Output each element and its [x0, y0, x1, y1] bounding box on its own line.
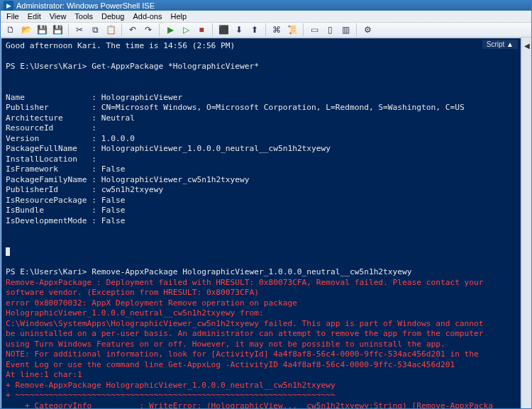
- separator: [68, 23, 69, 36]
- pkg-pub-val: CN=Microsoft Windows, O=Microsoft Corpor…: [101, 103, 465, 112]
- pkg-name-val: HolographicViewer: [101, 93, 183, 102]
- pkg-pfn-key: PackageFullName: [6, 144, 77, 153]
- layout1-icon[interactable]: ▭: [307, 23, 321, 37]
- menu-edit[interactable]: Edit: [23, 11, 45, 22]
- menu-addons[interactable]: Add-ons: [128, 11, 166, 22]
- pkg-fam-val: HolographicViewer_cw5n1h2txyewy: [101, 175, 250, 184]
- pkg-fw-val: False: [101, 164, 126, 174]
- menu-tools[interactable]: Tools: [70, 11, 97, 22]
- new-remote-icon[interactable]: 📜: [285, 23, 299, 37]
- commands-panel-collapsed[interactable]: ◀: [521, 38, 531, 409]
- pkg-pubid-val: cw5n1h2txyewy: [101, 185, 164, 194]
- error-line: Event Log or use the command line Get-Ap…: [6, 360, 455, 369]
- menu-view[interactable]: View: [45, 11, 71, 22]
- cursor: [6, 247, 10, 256]
- separator: [356, 23, 357, 36]
- error-line: Remove-AppxPackage : Deployment failed w…: [6, 278, 484, 287]
- cut-icon[interactable]: ✂: [72, 23, 87, 37]
- layout2-icon[interactable]: ▯: [323, 23, 337, 37]
- remote-icon[interactable]: ⌘: [270, 23, 284, 37]
- menu-help[interactable]: Help: [166, 11, 191, 22]
- greeting-line: Good afternoon Kari. The time is 14:56 (…: [6, 41, 235, 50]
- pkg-pubid-key: PublisherId: [6, 185, 58, 194]
- open-icon[interactable]: 📂: [19, 23, 33, 37]
- new-icon[interactable]: 🗋: [4, 23, 18, 37]
- console-pane[interactable]: Script ▲ Good afternoon Kari. The time i…: [1, 38, 521, 409]
- pkg-dev-key: IsDevelopmentMode: [6, 216, 87, 225]
- error-line: + CategoryInfo : WriteError: (Holographi…: [6, 401, 493, 410]
- pkg-bun-val: False: [101, 206, 126, 215]
- step-in-icon[interactable]: ⬇: [232, 23, 246, 37]
- pkg-isres-val: False: [101, 196, 126, 205]
- separator: [212, 23, 213, 36]
- pkg-res-key: ResourceId: [6, 123, 53, 133]
- separator: [121, 23, 122, 36]
- error-line: + ~~~~~~~~~~~~~~~~~~~~~~~~~~~~~~~~~~~~~~…: [6, 391, 336, 400]
- separator: [265, 23, 266, 36]
- redo-icon[interactable]: ↷: [141, 23, 155, 37]
- error-line: NOTE: For additional information, look f…: [6, 349, 479, 359]
- pkg-fw-key: IsFramework: [6, 164, 58, 174]
- pkg-isres-key: IsResourcePackage: [6, 196, 87, 205]
- expand-icon[interactable]: ▲: [506, 40, 514, 48]
- options-icon[interactable]: ⚙: [360, 23, 375, 37]
- error-line: using Turn Windows Features on or off. H…: [6, 340, 445, 349]
- save-all-icon[interactable]: 💾: [50, 23, 65, 37]
- pkg-name-key: Name: [6, 93, 25, 102]
- stop-icon[interactable]: ■: [194, 23, 209, 37]
- pkg-pub-key: Publisher: [6, 103, 49, 112]
- pkg-loc-key: InstallLocation: [6, 155, 77, 164]
- pkg-dev-val: False: [101, 216, 126, 225]
- window-title: Administrator: Windows PowerShell ISE: [16, 1, 155, 10]
- menu-debug[interactable]: Debug: [97, 11, 128, 22]
- title-bar: ▶ Administrator: Windows PowerShell ISE: [1, 1, 531, 11]
- menu-file[interactable]: File: [2, 11, 23, 22]
- pkg-ver-val: 1.0.0.0: [101, 134, 135, 143]
- layout3-icon[interactable]: ▥: [338, 23, 353, 37]
- chevron-icon[interactable]: ◀: [524, 42, 530, 50]
- error-line: error 0x80070032: AppX Deployment Remove…: [6, 298, 297, 308]
- pkg-pfn-val: HolographicViewer_1.0.0.0_neutral__cw5n1…: [101, 144, 331, 153]
- error-line: + Remove-AppxPackage HolographicViewer_1…: [6, 381, 336, 390]
- prompt-line: PS E:\Users\Kari> Remove-AppxPackage Hol…: [6, 267, 412, 276]
- toolbar: 🗋 📂 💾 💾 ✂ ⧉ 📋 ↶ ↷ ▶ ▷ ■ ⬛ ⬇ ⬆ ⌘ 📜 ▭ ▯ ▥ …: [1, 23, 531, 38]
- separator: [159, 23, 160, 36]
- console-output[interactable]: Good afternoon Kari. The time is 14:56 (…: [1, 38, 521, 409]
- step-out-icon[interactable]: ⬆: [248, 23, 262, 37]
- prompt-line: PS E:\Users\Kari> Get-AppxPackage *Holog…: [6, 62, 259, 71]
- error-line: C:\Windows\SystemApps\HolographicViewer_…: [6, 319, 484, 328]
- main-area: Script ▲ Good afternoon Kari. The time i…: [1, 38, 531, 409]
- menu-bar: File Edit View Tools Debug Add-ons Help: [1, 11, 531, 23]
- pkg-arch-val: Neutral: [101, 113, 135, 123]
- app-icon: ▶: [4, 1, 13, 11]
- error-line: software vendor. (Exception from HRESULT…: [6, 288, 259, 297]
- copy-icon[interactable]: ⧉: [88, 23, 102, 37]
- undo-icon[interactable]: ↶: [126, 23, 140, 37]
- run-selection-icon[interactable]: ▷: [179, 23, 193, 37]
- paste-icon[interactable]: 📋: [104, 23, 118, 37]
- run-icon[interactable]: ▶: [163, 23, 177, 37]
- script-tab-label[interactable]: Script ▲: [482, 40, 518, 49]
- pkg-arch-key: Architecture: [6, 113, 63, 123]
- error-line: At line:1 char:1: [6, 370, 82, 379]
- pkg-fam-key: PackageFamilyName: [6, 175, 87, 184]
- error-line: be uninstalled on a per-user basis. An a…: [6, 329, 484, 338]
- pkg-bun-key: IsBundle: [6, 206, 44, 215]
- breakpoint-icon[interactable]: ⬛: [216, 23, 231, 37]
- separator: [303, 23, 304, 36]
- save-icon[interactable]: 💾: [35, 23, 49, 37]
- pkg-ver-key: Version: [6, 134, 39, 143]
- error-line: HolographicViewer_1.0.0.0_neutral__cw5n1…: [6, 308, 264, 318]
